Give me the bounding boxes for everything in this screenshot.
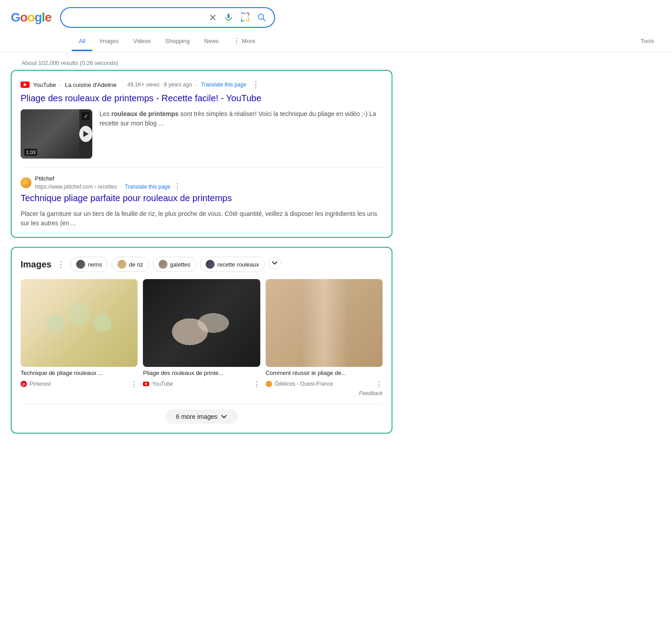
pinterest-icon [21, 381, 27, 387]
tab-shopping[interactable]: Shopping [158, 32, 197, 51]
image-source-name-1: Pinterest [30, 381, 51, 387]
chip-riz[interactable]: de riz [112, 257, 149, 272]
image-label-3: Comment réussir le pliage de... [266, 370, 383, 377]
chip-galettes[interactable]: galettes [153, 257, 197, 272]
tab-all[interactable]: All [72, 32, 92, 51]
more-options-1[interactable]: ⋮ [252, 80, 260, 90]
image-source-name-2: YouTube [152, 381, 173, 387]
video-play-button[interactable] [79, 126, 92, 142]
video-snippet: Les rouleaux de printemps sont très simp… [99, 109, 383, 159]
chip-galettes-icon [159, 260, 168, 269]
ptitchef-name: Ptitchef [35, 175, 181, 182]
translate-link-2[interactable]: Translate this page [125, 184, 171, 190]
images-header: Images ⋮ nems de riz galettes recette ro [21, 257, 383, 272]
more-options-2[interactable]: ⋮ [174, 182, 181, 190]
image-source-name-3: Ôdélices - Ouest-France [275, 381, 333, 387]
images-section-title: Images [21, 259, 52, 270]
svg-line-1 [263, 19, 265, 21]
image-label-2: Pliage des rouleaux de printe... [143, 370, 260, 377]
result-title-1[interactable]: Pliage des rouleaux de printemps - Recet… [21, 92, 383, 104]
chips-expand-button[interactable] [268, 257, 281, 269]
source-name-1: YouTube [33, 82, 56, 88]
image-more-2[interactable]: ⋮ [253, 380, 260, 388]
image-source-row-2: YouTube ⋮ [143, 380, 260, 388]
lens-button[interactable] [239, 12, 251, 23]
image-thumb-3 [266, 279, 383, 367]
chip-nems-icon [76, 260, 85, 269]
image-thumb-2 [143, 279, 260, 367]
image-item-1[interactable]: Technique de pliage rouleaux ... Pintere… [21, 279, 138, 388]
chip-nems[interactable]: nems [70, 257, 108, 272]
feedback[interactable]: Feedback [21, 390, 383, 396]
images-card: Images ⋮ nems de riz galettes recette ro [11, 247, 392, 434]
tab-tools[interactable]: Tools [633, 32, 661, 51]
chip-recette-icon [206, 260, 215, 269]
image-source-row-3: Ôdélices - Ouest-France ⋮ [266, 380, 383, 388]
image-thumb-1 [21, 279, 138, 367]
search-icons [208, 12, 267, 23]
search-input[interactable]: comment plier rouleau de printemps [68, 13, 204, 22]
result-divider [21, 168, 383, 168]
image-item-3[interactable]: Comment réussir le pliage de... Ôdélices… [266, 279, 383, 388]
image-label-1: Technique de pliage rouleaux ... [21, 370, 138, 377]
image-source-row-1: Pinterest ⋮ [21, 380, 138, 388]
translate-link-1[interactable]: Translate this page [201, 82, 247, 88]
source-row-1: YouTube · La cuisine d'Adeline 49.1K+ vi… [21, 80, 383, 90]
clear-button[interactable] [208, 13, 218, 22]
youtube-icon [21, 82, 30, 88]
images-grid: Technique de pliage rouleaux ... Pintere… [21, 279, 383, 388]
voice-search-button[interactable] [223, 12, 234, 23]
tab-images[interactable]: Images [92, 32, 126, 51]
youtube-result: YouTube · La cuisine d'Adeline 49.1K+ vi… [21, 80, 383, 159]
video-result: 1:03 Les rouleaux de printemps sont très… [21, 109, 383, 159]
chevron-down-icon [271, 260, 278, 266]
result-snippet-2: Placer la garniture sur un tiers de la f… [21, 209, 383, 228]
mic-icon [224, 13, 233, 22]
image-more-1[interactable]: ⋮ [130, 380, 138, 388]
image-more-3[interactable]: ⋮ [375, 380, 383, 388]
close-icon [209, 13, 217, 22]
search-button[interactable] [256, 12, 267, 23]
more-images-row: 6 more images [21, 404, 383, 424]
chip-riz-icon [117, 260, 126, 269]
ptitchef-result: Ptitchef https://www.ptitchef.com › rece… [21, 175, 383, 228]
chip-recette[interactable]: recette rouleaux [200, 257, 265, 272]
result-title-2[interactable]: Technique pliage parfaite pour rouleaux … [21, 192, 383, 204]
tab-videos[interactable]: Videos [126, 32, 158, 51]
results-count: About 102,000 results (0.26 seconds) [11, 52, 392, 70]
nav-tabs: All Images Videos Shopping News ⋮ More T… [0, 31, 672, 52]
ptitchef-icon [21, 177, 31, 188]
more-dots-icon: ⋮ [233, 37, 240, 45]
main-content: About 102,000 results (0.26 seconds) You… [0, 52, 403, 434]
youtube-source-icon [143, 382, 149, 386]
result-card-1: YouTube · La cuisine d'Adeline 49.1K+ vi… [11, 70, 392, 238]
lens-icon [240, 13, 250, 22]
video-expand-icon[interactable] [82, 112, 90, 120]
source-row-2: Ptitchef https://www.ptitchef.com › rece… [21, 175, 383, 190]
chevron-down-icon-2 [221, 413, 227, 420]
source-meta-1: 49.1K+ views · 8 years ago [127, 82, 192, 88]
video-duration: 1:03 [24, 149, 37, 156]
source-channel: La cuisine d'Adeline [65, 82, 116, 88]
odelices-icon [266, 381, 272, 387]
tab-news[interactable]: News [197, 32, 226, 51]
search-bar[interactable]: comment plier rouleau de printemps [60, 7, 275, 28]
images-more-options[interactable]: ⋮ [57, 259, 65, 269]
more-images-button[interactable]: 6 more images [165, 409, 238, 424]
ptitchef-url: https://www.ptitchef.com › recettes · Tr… [35, 182, 181, 190]
search-icon [257, 13, 266, 22]
google-logo[interactable]: Google [11, 10, 51, 25]
header: Google comment plier rouleau de printemp… [0, 0, 672, 28]
image-item-2[interactable]: Pliage des rouleaux de printe... YouTube… [143, 279, 260, 388]
image-chips: nems de riz galettes recette rouleaux [70, 257, 281, 272]
video-thumbnail[interactable]: 1:03 [21, 109, 92, 159]
tab-more[interactable]: ⋮ More [226, 31, 263, 52]
